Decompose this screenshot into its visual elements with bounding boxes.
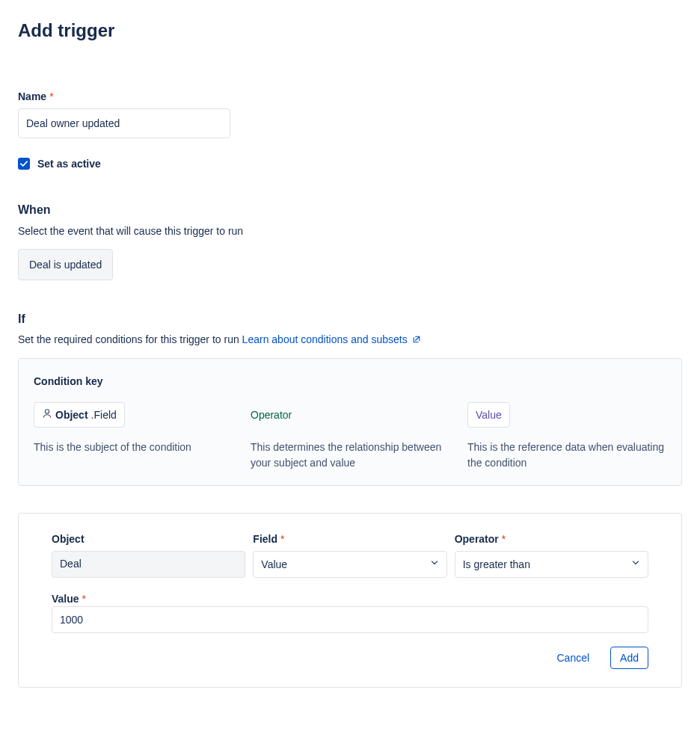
ck-object-bold: Object — [55, 407, 88, 422]
check-icon — [20, 160, 28, 167]
name-input[interactable] — [18, 108, 230, 138]
ck-value-col: Value This is the reference data when ev… — [467, 402, 666, 470]
active-checkbox-label: Set as active — [37, 156, 101, 171]
if-heading: If — [18, 310, 682, 327]
required-asterisk: * — [280, 533, 284, 545]
ck-operator-col: Operator This determines the relationshi… — [251, 402, 449, 470]
ck-value-desc: This is the reference data when evaluati… — [467, 440, 666, 470]
value-label: Value* — [52, 593, 86, 605]
add-button[interactable]: Add — [610, 647, 648, 669]
required-asterisk: * — [82, 593, 86, 605]
operator-col: Operator* Is greater than — [455, 531, 648, 578]
object-col: Object Deal — [52, 531, 245, 578]
name-field-group: Name* — [18, 89, 682, 138]
learn-conditions-link[interactable]: Learn about conditions and subsets — [242, 333, 421, 345]
name-label-text: Name — [18, 90, 46, 102]
operator-label-text: Operator — [455, 533, 499, 545]
field-col: Field* Value — [253, 531, 446, 578]
ck-operator-desc: This determines the relationship between… — [251, 440, 449, 470]
ck-object-desc: This is the subject of the condition — [34, 440, 233, 454]
field-label: Field* — [253, 531, 446, 546]
condition-key-title: Condition key — [34, 374, 666, 389]
if-desc-text: Set the required conditions for this tri… — [18, 333, 242, 345]
object-label: Object — [52, 531, 245, 546]
cancel-button[interactable]: Cancel — [550, 647, 595, 668]
condition-key-box: Condition key Object.Field This is the s… — [18, 358, 682, 486]
value-field-group: Value* — [52, 591, 648, 633]
field-select[interactable]: Value — [253, 551, 446, 578]
value-input[interactable] — [52, 606, 648, 633]
value-label-text: Value — [52, 593, 79, 605]
required-asterisk: * — [502, 533, 506, 545]
svg-point-0 — [45, 410, 49, 413]
external-link-icon — [412, 335, 421, 344]
when-desc: Select the event that will cause this tr… — [18, 224, 682, 238]
operator-label: Operator* — [455, 531, 648, 546]
page-title: Add trigger — [18, 18, 682, 44]
object-select: Deal — [52, 551, 245, 578]
required-asterisk: * — [49, 90, 53, 102]
when-heading: When — [18, 201, 682, 218]
if-desc: Set the required conditions for this tri… — [18, 332, 682, 347]
ck-value-pill: Value — [467, 402, 510, 428]
ck-object-field: .Field — [91, 407, 117, 422]
ck-object-pill: Object.Field — [34, 402, 125, 428]
active-checkbox[interactable] — [18, 158, 30, 170]
condition-form: Object Deal Field* Value Operator* Is gr… — [18, 513, 682, 688]
ck-operator-label: Operator — [251, 402, 292, 428]
when-event-chip: Deal is updated — [18, 249, 113, 280]
person-icon — [42, 407, 52, 422]
ck-object-col: Object.Field This is the subject of the … — [34, 402, 233, 470]
name-label: Name* — [18, 89, 682, 104]
field-label-text: Field — [253, 533, 277, 545]
learn-conditions-link-text: Learn about conditions and subsets — [242, 333, 408, 345]
active-checkbox-row: Set as active — [18, 156, 682, 171]
operator-select[interactable]: Is greater than — [455, 551, 648, 578]
